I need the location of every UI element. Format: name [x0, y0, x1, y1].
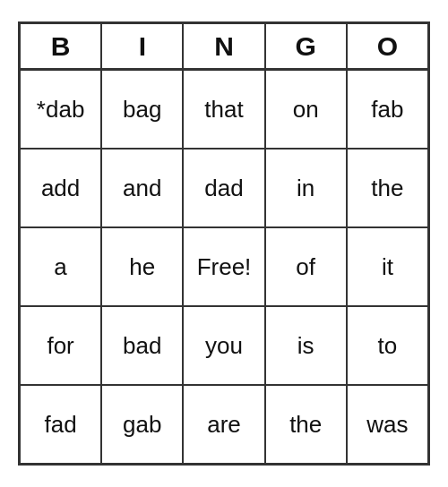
- header-n: N: [183, 23, 264, 70]
- cell-1-3[interactable]: that: [183, 70, 264, 149]
- cell-1-1[interactable]: *dab: [20, 70, 101, 149]
- header-i: I: [101, 23, 183, 70]
- cell-4-5[interactable]: to: [347, 306, 428, 385]
- cell-2-2[interactable]: and: [101, 149, 183, 227]
- cell-2-5[interactable]: the: [347, 149, 428, 227]
- bingo-row-4: for bad you is to: [20, 306, 428, 385]
- cell-3-5[interactable]: it: [347, 227, 428, 306]
- header-g: G: [265, 23, 347, 70]
- cell-5-4[interactable]: the: [265, 385, 347, 464]
- cell-2-1[interactable]: add: [20, 149, 101, 227]
- bingo-row-1: *dab bag that on fab: [20, 70, 428, 149]
- cell-5-1[interactable]: fad: [20, 385, 101, 464]
- cell-3-2[interactable]: he: [101, 227, 183, 306]
- bingo-header-row: B I N G O: [20, 23, 428, 70]
- cell-1-2[interactable]: bag: [101, 70, 183, 149]
- cell-5-2[interactable]: gab: [101, 385, 183, 464]
- cell-3-1[interactable]: a: [20, 227, 101, 306]
- cell-2-3[interactable]: dad: [183, 149, 264, 227]
- cell-1-5[interactable]: fab: [347, 70, 428, 149]
- cell-1-4[interactable]: on: [265, 70, 347, 149]
- cell-2-4[interactable]: in: [265, 149, 347, 227]
- cell-4-1[interactable]: for: [20, 306, 101, 385]
- bingo-row-5: fad gab are the was: [20, 385, 428, 464]
- bingo-row-2: add and dad in the: [20, 149, 428, 227]
- cell-5-3[interactable]: are: [183, 385, 264, 464]
- cell-3-3-free[interactable]: Free!: [183, 227, 264, 306]
- header-o: O: [347, 23, 428, 70]
- bingo-board: B I N G O *dab bag that on fab add and d…: [18, 21, 430, 466]
- header-b: B: [20, 23, 101, 70]
- bingo-row-3: a he Free! of it: [20, 227, 428, 306]
- cell-5-5[interactable]: was: [347, 385, 428, 464]
- cell-4-3[interactable]: you: [183, 306, 264, 385]
- cell-4-2[interactable]: bad: [101, 306, 183, 385]
- cell-3-4[interactable]: of: [265, 227, 347, 306]
- cell-4-4[interactable]: is: [265, 306, 347, 385]
